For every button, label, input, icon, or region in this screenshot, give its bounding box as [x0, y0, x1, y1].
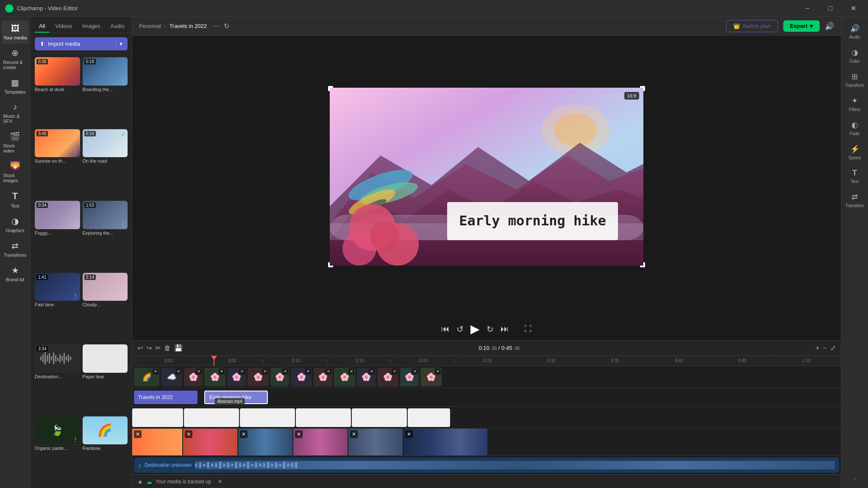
sticker-clip[interactable]: 🌸✕ [377, 368, 398, 386]
more-icon[interactable]: ⋮ [120, 292, 126, 299]
sticker-clip[interactable]: 🌸✕ [420, 368, 442, 386]
sidebar-item-your-media[interactable]: 🖼 Your media [2, 20, 29, 44]
sticker-clip[interactable]: 🌸✕ [270, 368, 289, 386]
save-button[interactable]: 💾 [174, 344, 183, 352]
sticker-clip[interactable]: 🌸✕ [248, 368, 269, 386]
more-icon[interactable]: ⋮ [72, 149, 78, 155]
text-clip-travels[interactable]: Travels in 2022 [134, 391, 198, 404]
sticker-clip[interactable]: 🌸✕ [227, 368, 246, 386]
video-clip-3[interactable]: ✕ [238, 429, 293, 455]
minimize-button[interactable]: − [798, 2, 817, 15]
video-clip-2[interactable]: ✕ [183, 429, 238, 455]
right-panel-transform[interactable]: ⊞ Transform [843, 69, 867, 91]
media-thumb-cloudy[interactable]: 2:14 ⋮ [83, 273, 128, 301]
sticker-clip[interactable]: 🌸✕ [184, 368, 203, 386]
sidebar-item-graphics[interactable]: ◑ Graphics [2, 213, 29, 236]
more-icon[interactable]: ⋮ [120, 149, 126, 155]
timeline-scroll[interactable]: 🌈✕ ☁️✕ 🌸✕ 🌸✕ 🌸✕ 🌸✕ 🌸✕ 🌸✕ 🌸✕ 🌸✕ [132, 366, 841, 474]
zoom-in-button[interactable]: + [815, 344, 819, 352]
more-icon[interactable]: ⋮ [120, 77, 126, 84]
export-dropdown-icon[interactable]: ▾ [810, 23, 813, 29]
tab-all[interactable]: All [35, 20, 49, 33]
paper-clip[interactable] [408, 408, 450, 427]
zoom-out-button[interactable]: − [823, 344, 827, 352]
right-panel-collapse[interactable]: › [843, 473, 867, 485]
more-icon[interactable]: ⋮ [72, 221, 78, 227]
export-button[interactable]: Export ▾ [783, 20, 820, 32]
more-icon[interactable]: ⋮ [120, 364, 126, 371]
sidebar-item-record-create[interactable]: ⊕ Record & create [2, 44, 29, 73]
cut-button[interactable]: ✂ [155, 344, 161, 352]
skip-back-button[interactable]: ⏮ [441, 324, 450, 334]
sticker-clip[interactable]: ☁️✕ [161, 368, 182, 386]
right-panel-audio[interactable]: 🔊 Audio [843, 20, 867, 43]
more-icon[interactable]: ⋮ [120, 436, 126, 443]
video-clip-6[interactable]: ✕ [403, 429, 488, 455]
right-panel-filters[interactable]: ✦ Filters [843, 93, 867, 115]
media-thumb-rainbow[interactable]: 🌈 ⋮ [83, 416, 128, 445]
fast-forward-button[interactable]: ↻ [487, 324, 494, 334]
skip-forward-button[interactable]: ⏭ [501, 324, 509, 334]
sticker-clip[interactable]: 🌸✕ [314, 368, 332, 386]
paper-clip[interactable] [132, 408, 183, 427]
sidebar-item-transitions[interactable]: ⇄ Transitions [2, 237, 29, 261]
sidebar-item-music-sfx[interactable]: ♪ Music & SFX [2, 99, 29, 127]
sticker-clip[interactable]: 🌸✕ [334, 368, 355, 386]
sticker-clip[interactable]: 🌸✕ [291, 368, 312, 386]
media-thumb-organic[interactable]: 🍃 ⋮ [35, 416, 80, 445]
media-thumb-road[interactable]: 0:16 ✓ ⋮ [83, 129, 128, 158]
sidebar-item-brand-kit[interactable]: ★ Brand kit [2, 262, 29, 286]
more-options-button[interactable]: ⋯ [214, 22, 220, 30]
sidebar-item-stock-images[interactable]: 🌄 Stock images [2, 158, 29, 186]
media-thumb-boarding[interactable]: 0:18 ⋮ [83, 57, 128, 86]
redo-button[interactable]: ↪ [146, 344, 152, 352]
right-panel-color[interactable]: ◑ Color [843, 44, 867, 67]
video-clip-1[interactable]: ✕ [132, 429, 183, 455]
rewind-button[interactable]: ↺ [456, 324, 464, 334]
undo-button[interactable]: ↩ [137, 344, 143, 352]
audio-toggle-button[interactable]: 🔊 [825, 22, 834, 31]
delete-button[interactable]: 🗑 [164, 344, 171, 352]
more-icon[interactable]: ⋮ [72, 436, 78, 443]
sidebar-item-templates[interactable]: ▦ Templates [2, 74, 29, 98]
playhead[interactable] [214, 356, 214, 366]
paper-clip[interactable] [352, 408, 407, 427]
tab-images[interactable]: Images [78, 20, 105, 33]
paper-clip[interactable] [184, 408, 239, 427]
import-dropdown-arrow[interactable]: ▾ [116, 41, 122, 47]
sticker-clip[interactable]: 🌸✕ [400, 368, 419, 386]
tab-videos[interactable]: Videos [51, 20, 76, 33]
sticker-clip[interactable]: 🌸✕ [357, 368, 376, 386]
switch-plan-button[interactable]: 👑 Switch plan [726, 20, 778, 32]
media-thumb-exploring[interactable]: 1:53 ⋮ [83, 201, 128, 229]
sidebar-item-stock-video[interactable]: 🎬 Stock video [2, 128, 29, 157]
play-button[interactable]: ▶ [470, 322, 480, 336]
paper-clip[interactable] [240, 408, 295, 427]
sticker-clip[interactable]: 🌸✕ [204, 368, 225, 386]
video-clip-4[interactable]: ✕ [293, 429, 348, 455]
media-thumb-fastlane[interactable]: 1:41 ⋮ [35, 273, 80, 301]
more-icon[interactable]: ⋮ [72, 292, 78, 299]
maximize-button[interactable]: □ [821, 2, 840, 15]
sticker-clip[interactable]: 🌈✕ [134, 368, 159, 386]
media-thumb-sunrise[interactable]: 3:45 ⋮ [35, 129, 80, 158]
more-icon[interactable]: ⋮ [120, 221, 126, 227]
fullscreen-button[interactable]: ⛶ [524, 324, 532, 333]
media-thumb-destination[interactable]: 3:34 [35, 344, 80, 373]
media-thumb-paper-tear[interactable]: ⋮ [83, 344, 128, 373]
paper-clip[interactable] [296, 408, 351, 427]
media-thumb-beach[interactable]: 0:35 ✓ [35, 57, 80, 86]
right-panel-transition[interactable]: ⇄ Transition [843, 189, 867, 211]
close-button[interactable]: ✕ [843, 2, 863, 15]
video-clip-5[interactable]: ✕ [348, 429, 403, 455]
right-panel-fade[interactable]: ◐ Fade [843, 117, 867, 139]
import-media-button[interactable]: ⬆ Import media ▾ [35, 37, 128, 50]
backup-dismiss-icon[interactable]: ✕ [218, 479, 222, 485]
media-thumb-foggy[interactable]: 0:34 ⋮ [35, 201, 80, 229]
right-panel-text[interactable]: T Text [843, 165, 867, 187]
right-panel-speed[interactable]: ⚡ Speed [843, 141, 867, 164]
backup-expand-button[interactable]: ▲ [137, 478, 143, 485]
sync-button[interactable]: ↻ [224, 22, 229, 30]
tab-audio[interactable]: Audio [106, 20, 129, 33]
expand-button[interactable]: ⤢ [830, 344, 836, 352]
